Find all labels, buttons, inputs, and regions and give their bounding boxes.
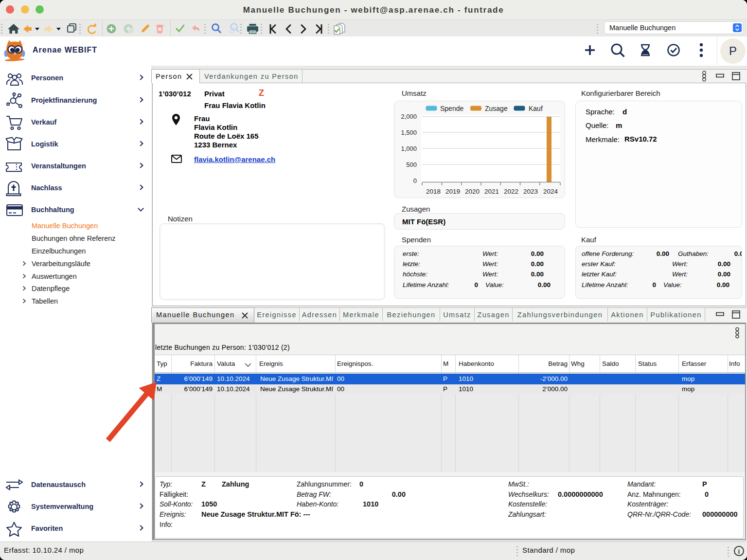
svg-text:2020: 2020 bbox=[465, 188, 480, 195]
svg-text:1,500: 1,500 bbox=[401, 129, 417, 136]
svg-text:500: 500 bbox=[406, 161, 417, 168]
svg-text:1,000: 1,000 bbox=[401, 145, 417, 152]
svg-text:Kauf: Kauf bbox=[529, 105, 543, 112]
svg-text:2022: 2022 bbox=[504, 188, 518, 195]
svg-text:2019: 2019 bbox=[445, 188, 460, 195]
svg-text:0: 0 bbox=[413, 177, 417, 184]
svg-text:2018: 2018 bbox=[426, 188, 441, 195]
svg-text:2024: 2024 bbox=[543, 188, 558, 195]
svg-text:2023: 2023 bbox=[523, 188, 538, 195]
svg-text:Spende: Spende bbox=[440, 105, 463, 112]
svg-text:Zusage: Zusage bbox=[485, 105, 508, 112]
svg-text:2021: 2021 bbox=[484, 188, 499, 195]
svg-text:2,000: 2,000 bbox=[401, 113, 417, 120]
